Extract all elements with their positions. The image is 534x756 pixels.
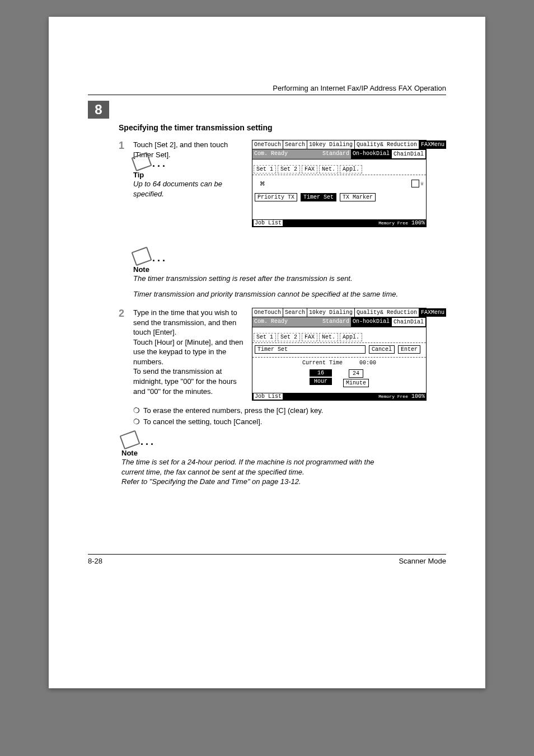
lcd-screenshot-2: OneTouch Search 10key Dialing Quality& R… xyxy=(252,308,427,401)
status-standard: Standard xyxy=(321,317,351,327)
status-chaindial: ChainDial xyxy=(391,149,426,159)
tip-body: Up to 64 documents can be specified. xyxy=(133,179,245,199)
opt-set1: Set 1 xyxy=(254,333,276,341)
opt-fax: FAX xyxy=(302,165,317,173)
label-timer-set: Timer Set xyxy=(255,345,366,354)
note-1-title: Note xyxy=(133,265,402,274)
tip-dots: ... xyxy=(150,158,167,169)
hour-value: 16 xyxy=(310,369,332,377)
note-dots: ... xyxy=(138,436,156,447)
btn-cancel: Cancel xyxy=(369,345,395,354)
opt-set2: Set 2 xyxy=(278,165,300,173)
footer-memory-pct: 100% xyxy=(411,220,425,226)
opt-set1: Set 1 xyxy=(254,165,276,173)
bullet-1: To erase the entered numbers, press the … xyxy=(143,405,323,416)
btn-priority-tx: Priority TX xyxy=(255,193,297,201)
chapter-badge: 8 xyxy=(88,101,109,119)
step-2-text: Type in the time that you wish to send t… xyxy=(133,308,245,396)
tab-onetouch: OneTouch xyxy=(252,140,283,149)
note-hand-icon xyxy=(119,430,140,450)
tip-block: ... Tip Up to 64 documents can be specif… xyxy=(133,154,245,199)
btn-tx-marker: TX Marker xyxy=(340,193,376,201)
lcd-screenshot-1: OneTouch Search 10key Dialing Quality& R… xyxy=(252,140,427,227)
status-standard: Standard xyxy=(321,149,351,159)
tab-dialing: 10key Dialing xyxy=(307,140,355,149)
note-2-title: Note xyxy=(121,449,390,457)
current-time-label: Current Time xyxy=(302,360,343,366)
tip-hand-icon xyxy=(131,152,152,172)
btn-enter: Enter xyxy=(398,345,420,354)
note-2-line2: Refer to "Specifying the Date and Time" … xyxy=(121,477,390,487)
note-2-line1: The time is set for a 24-hour period. If… xyxy=(121,457,390,477)
btn-timer-set: Timer Set xyxy=(301,193,336,201)
current-time-value: 00:00 xyxy=(359,360,376,366)
tab-faxmenu: FAXMenu xyxy=(419,308,446,317)
bullet-list: ❍ To erase the entered numbers, press th… xyxy=(133,405,446,427)
bullet-2: To cancel the setting, touch [Cancel]. xyxy=(143,416,262,428)
footer-job-list: Job List xyxy=(254,220,283,226)
step-2-number: 2 xyxy=(119,308,133,320)
status-onhook: On-hookDial xyxy=(351,317,391,327)
opt-net: Net. xyxy=(319,165,338,173)
note-1-block: ... Note The timer transmission setting … xyxy=(133,249,402,299)
page-number: 8-28 xyxy=(88,557,102,565)
note-1-line1: The timer transmission setting is reset … xyxy=(133,274,402,284)
tab-quality: Quality& Reduction xyxy=(355,308,419,317)
step-1-number: 1 xyxy=(119,140,133,152)
section-title: Specifying the timer transmission settin… xyxy=(119,123,446,132)
note-hand-icon xyxy=(131,247,152,266)
tab-onetouch: OneTouch xyxy=(252,308,283,317)
footer-job-list: Job List xyxy=(254,393,283,400)
bullet-dot: ❍ xyxy=(133,416,143,428)
status-com-ready: Com. Ready xyxy=(252,149,321,159)
tip-title: Tip xyxy=(133,171,245,179)
opt-fax: FAX xyxy=(302,333,317,341)
minute-label: Minute xyxy=(343,379,369,387)
tab-quality: Quality& Reduction xyxy=(355,140,419,149)
footer-memory-label: Memory Free xyxy=(378,221,408,225)
note-1-line2: Timer transmission and priority transmis… xyxy=(133,289,402,299)
note-dots: ... xyxy=(150,252,167,264)
footer-memory-label: Memory Free xyxy=(378,395,408,398)
opt-set2: Set 2 xyxy=(278,333,300,341)
tab-search: Search xyxy=(283,308,307,317)
status-onhook: On-hookDial xyxy=(351,149,391,159)
hour-label: Hour xyxy=(310,378,332,385)
tab-search: Search xyxy=(283,140,307,149)
note-2-block: ... Note The time is set for a 24-hour p… xyxy=(121,433,390,487)
bullet-dot: ❍ xyxy=(133,405,143,416)
footer-memory-pct: 100% xyxy=(411,393,425,400)
minute-value: 24 xyxy=(349,369,363,378)
footer-doc-title: Scanner Mode xyxy=(399,557,446,565)
unidentified-icon xyxy=(411,180,419,187)
tab-faxmenu: FAXMenu xyxy=(419,140,446,149)
opt-appl: Appl. xyxy=(340,165,362,173)
status-chaindial: ChainDial xyxy=(391,317,426,327)
running-header: Performing an Internet Fax/IP Address FA… xyxy=(88,84,446,95)
status-com-ready: Com. Ready xyxy=(252,317,321,327)
opt-net: Net. xyxy=(319,333,338,341)
opt-appl: Appl. xyxy=(340,333,362,341)
network-icon: ⌘ xyxy=(255,177,270,190)
tab-dialing: 10key Dialing xyxy=(307,308,355,317)
phone-icon: ☏ xyxy=(420,180,424,187)
